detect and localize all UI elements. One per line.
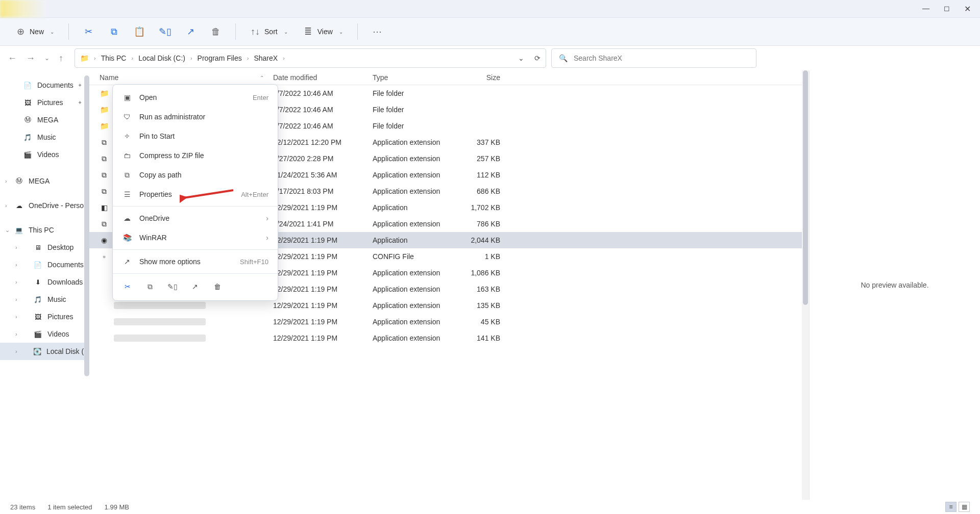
sidebar-item[interactable]: ›📄Documents (0, 256, 89, 273)
ctx-rename-button[interactable]: ✎▯ (167, 281, 178, 292)
column-name[interactable]: Name⌃ (100, 73, 273, 82)
context-menu-item[interactable]: 🗀Compress to ZIP file (113, 146, 278, 165)
file-date: 12/29/2021 1:19 PM (273, 203, 373, 212)
context-menu-item[interactable]: 🛡Run as administrator (113, 107, 278, 126)
paste-button[interactable]: 📋 (129, 23, 150, 40)
tree-expander-icon[interactable]: › (15, 314, 17, 320)
ctx-cut-button[interactable]: ✂ (122, 281, 133, 292)
more-button[interactable]: ⋯ (367, 23, 387, 40)
sidebar-item[interactable]: ›🎵Music (0, 291, 89, 308)
context-menu-item[interactable]: ✧Pin to Start (113, 126, 278, 146)
tree-expander-icon[interactable]: › (15, 279, 17, 285)
sidebar-item[interactable]: ›🎬Videos (0, 325, 89, 343)
search-box[interactable]: 🔍 (551, 48, 756, 68)
rename-icon: ✎▯ (160, 27, 170, 37)
tree-expander-icon[interactable]: ⌄ (5, 227, 10, 234)
column-size[interactable]: Size (454, 73, 505, 82)
window-close[interactable]: ✕ (964, 4, 971, 14)
file-icon: 📁 (100, 89, 109, 98)
file-icon: ◧ (100, 203, 109, 212)
tree-expander-icon[interactable]: › (5, 202, 7, 209)
view-button[interactable]: ≣ View ⌄ (298, 23, 348, 40)
sidebar-item[interactable]: 📄Documents (0, 76, 89, 94)
scrollbar-thumb[interactable] (803, 70, 808, 305)
sidebar-item-label: Desktop (47, 243, 74, 251)
file-size: 686 KB (454, 187, 505, 195)
nav-icon: ⬇ (33, 277, 42, 287)
file-row[interactable]: 12/29/2021 1:19 PM Application extension… (89, 314, 802, 330)
cut-button[interactable]: ✂ (78, 23, 99, 40)
sidebar-item[interactable]: 🖼Pictures (0, 94, 89, 111)
details-view-toggle[interactable]: ≡ (945, 502, 957, 512)
file-date: 1/24/2021 1:41 PM (273, 220, 373, 228)
context-menu-item[interactable]: ☁OneDrive› (113, 209, 278, 228)
sidebar-item[interactable]: ›⬇Downloads (0, 273, 89, 291)
window-minimize[interactable]: — (922, 4, 929, 14)
ctx-delete-button[interactable]: 🗑 (212, 281, 223, 292)
file-row[interactable]: 12/29/2021 1:19 PM Application extension… (89, 330, 802, 346)
nav-icon: 🖼 (23, 98, 32, 107)
ctx-copy-button[interactable]: ⧉ (144, 281, 156, 292)
menu-icon: ☰ (122, 189, 132, 199)
context-menu-item[interactable]: ⧉Copy as path (113, 165, 278, 185)
menu-label: Run as administrator (139, 113, 205, 121)
column-date[interactable]: Date modified (273, 73, 373, 82)
file-icon: 📁 (100, 121, 109, 131)
window-maximize[interactable]: ◻ (944, 4, 950, 14)
tree-expander-icon[interactable]: › (5, 178, 7, 184)
up-button[interactable]: ↑ (59, 53, 63, 64)
sort-label: Sort (264, 28, 278, 36)
context-menu-item[interactable]: ▣OpenEnter (113, 88, 278, 107)
copy-button[interactable]: ⧉ (104, 23, 124, 40)
menu-icon: ↗ (122, 256, 132, 267)
column-type[interactable]: Type (373, 73, 454, 82)
tree-expander-icon[interactable]: › (15, 296, 17, 302)
search-input[interactable] (574, 54, 749, 62)
sidebar-item[interactable]: 🎵Music (0, 128, 89, 146)
sidebar-item[interactable]: ›🖥Desktop (0, 239, 89, 256)
tree-expander-icon[interactable]: › (15, 348, 17, 354)
file-scrollbar[interactable] (802, 70, 809, 500)
thumbnails-view-toggle[interactable]: ▦ (959, 502, 970, 512)
address-bar[interactable]: 📁 › This PC›Local Disk (C:)›Program File… (75, 48, 546, 68)
breadcrumb-segment[interactable]: Program Files (198, 54, 242, 62)
new-label: New (30, 28, 44, 36)
ctx-share-button[interactable]: ↗ (189, 281, 201, 292)
sidebar-item[interactable]: ›☁OneDrive - Perso (0, 197, 89, 214)
context-menu-item[interactable]: ↗Show more optionsShift+F10 (113, 252, 278, 271)
file-size: 257 KB (454, 155, 505, 163)
sidebar-item[interactable]: ›ⓂMEGA (0, 172, 89, 190)
breadcrumb-segment[interactable]: This PC (101, 54, 127, 62)
file-type: Application extension (373, 318, 454, 326)
sidebar-item[interactable]: 🎬Videos (0, 146, 89, 163)
nav-arrows: ← → ⌄ ↑ (8, 53, 69, 64)
forward-button[interactable]: → (26, 53, 35, 64)
menu-icon: ▣ (122, 92, 132, 102)
refresh-button[interactable]: ⟳ (534, 54, 541, 62)
share-button[interactable]: ↗ (180, 23, 201, 40)
history-dropdown[interactable]: ⌄ (44, 55, 50, 62)
file-icon (100, 301, 109, 310)
sidebar-item[interactable]: ›💽Local Disk (C:) (0, 343, 89, 360)
tree-expander-icon[interactable]: › (15, 262, 17, 268)
tree-expander-icon[interactable]: › (15, 331, 17, 337)
breadcrumb-segment[interactable]: Local Disk (C:) (138, 54, 185, 62)
address-dropdown[interactable]: ⌄ (518, 54, 524, 62)
sort-button[interactable]: ↑↓ Sort ⌄ (245, 23, 293, 40)
delete-button[interactable]: 🗑 (206, 23, 226, 40)
rename-button[interactable]: ✎▯ (155, 23, 175, 40)
sidebar-item[interactable]: ›🖼Pictures (0, 308, 89, 325)
sidebar-scrollbar[interactable] (84, 75, 89, 376)
back-button[interactable]: ← (8, 53, 17, 64)
breadcrumb-segment[interactable]: ShareX (254, 54, 278, 62)
context-menu-item[interactable]: ☰PropertiesAlt+Enter (113, 185, 278, 204)
sidebar-item[interactable]: ⌄💻This PC (0, 221, 89, 239)
tree-expander-icon[interactable]: › (15, 244, 17, 250)
file-icon (100, 268, 109, 277)
file-icon (100, 317, 109, 326)
sidebar-item[interactable]: ⓂMEGA (0, 111, 89, 128)
file-type: Application extension (373, 155, 454, 163)
context-menu-item[interactable]: 📚WinRAR› (113, 228, 278, 247)
new-button[interactable]: ⊕ New ⌄ (10, 23, 59, 40)
nav-icon: Ⓜ (23, 115, 32, 124)
